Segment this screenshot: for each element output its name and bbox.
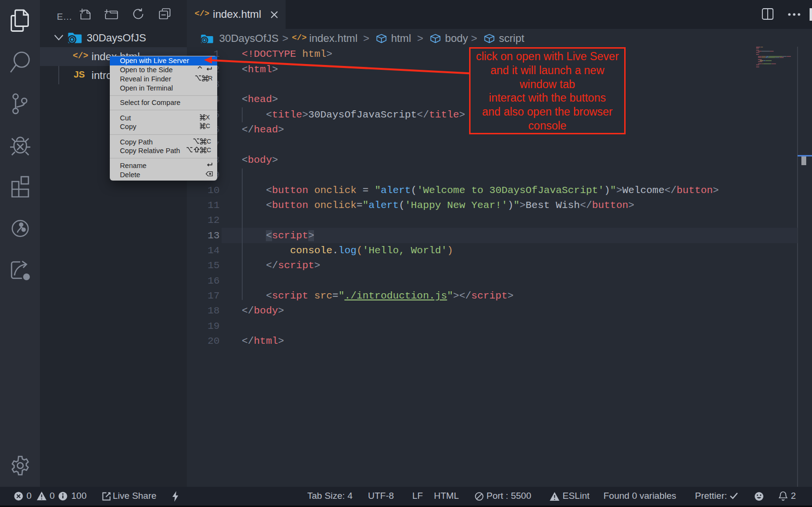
svg-text:X: X [206, 114, 210, 120]
svg-text:C: C [207, 138, 211, 144]
svg-text:C: C [207, 146, 211, 153]
svg-text:R: R [208, 75, 212, 81]
svg-text:C: C [206, 122, 210, 129]
